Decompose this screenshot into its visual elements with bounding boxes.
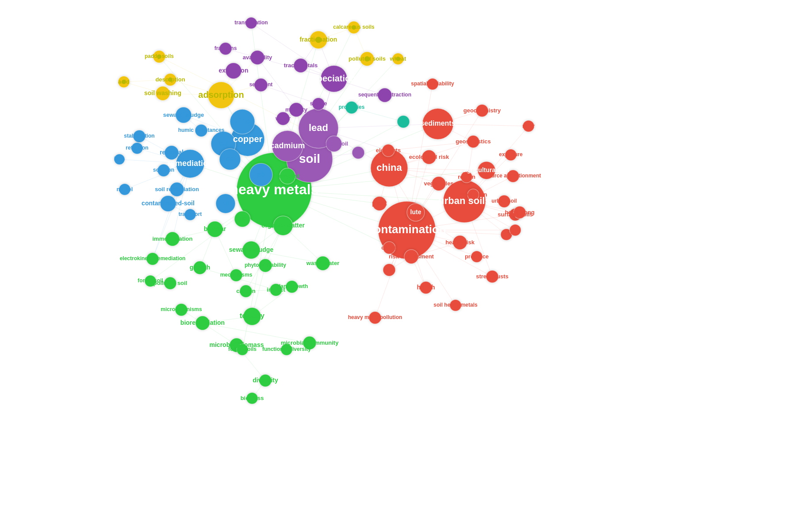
- network-visualization: [0, 0, 812, 508]
